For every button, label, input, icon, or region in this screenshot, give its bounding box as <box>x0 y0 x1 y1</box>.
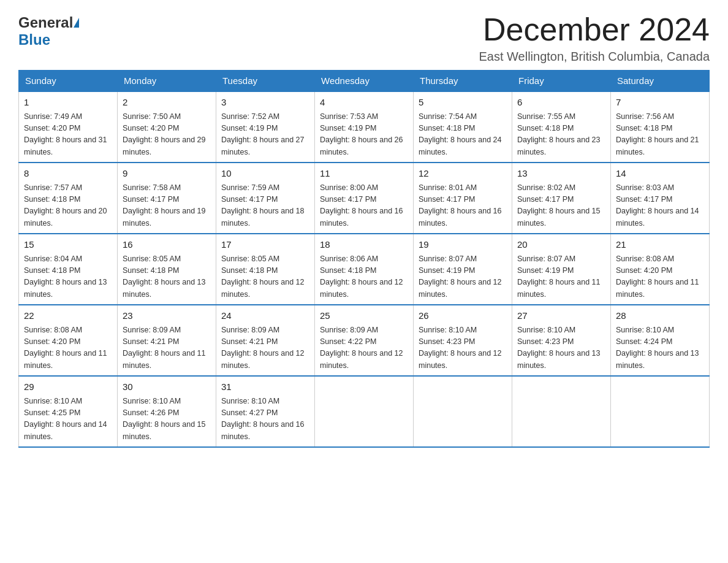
day-number: 11 <box>320 167 408 181</box>
day-info: Sunrise: 8:10 AMSunset: 4:27 PMDaylight:… <box>221 397 305 441</box>
week-row-2: 8 Sunrise: 7:57 AMSunset: 4:18 PMDayligh… <box>19 163 710 234</box>
day-info: Sunrise: 8:08 AMSunset: 4:20 PMDaylight:… <box>24 326 107 370</box>
day-info: Sunrise: 8:10 AMSunset: 4:25 PMDaylight:… <box>24 397 107 441</box>
day-info: Sunrise: 8:09 AMSunset: 4:21 PMDaylight:… <box>221 326 305 370</box>
day-cell: 27 Sunrise: 8:10 AMSunset: 4:23 PMDaylig… <box>512 305 611 376</box>
day-info: Sunrise: 8:02 AMSunset: 4:17 PMDaylight:… <box>517 183 601 228</box>
day-number: 4 <box>320 96 408 110</box>
day-info: Sunrise: 8:10 AMSunset: 4:26 PMDaylight:… <box>123 397 206 441</box>
day-info: Sunrise: 8:10 AMSunset: 4:23 PMDaylight:… <box>517 326 601 370</box>
day-info: Sunrise: 7:49 AMSunset: 4:20 PMDaylight:… <box>24 112 107 156</box>
logo-general-text: General <box>18 15 73 30</box>
day-number: 23 <box>123 309 211 323</box>
day-number: 26 <box>419 309 507 323</box>
day-number: 27 <box>517 309 605 323</box>
weekday-header-tuesday: Tuesday <box>216 71 315 92</box>
day-info: Sunrise: 8:10 AMSunset: 4:23 PMDaylight:… <box>419 326 502 370</box>
logo: General Blue <box>18 12 79 48</box>
title-area: December 2024 East Wellington, British C… <box>479 12 710 64</box>
day-cell: 19 Sunrise: 8:07 AMSunset: 4:19 PMDaylig… <box>414 234 512 305</box>
day-cell: 11 Sunrise: 8:00 AMSunset: 4:17 PMDaylig… <box>315 163 414 234</box>
day-number: 8 <box>24 167 112 181</box>
day-number: 15 <box>24 238 112 252</box>
week-row-3: 15 Sunrise: 8:04 AMSunset: 4:18 PMDaylig… <box>19 234 710 305</box>
day-number: 31 <box>221 380 309 394</box>
weekday-header-row: SundayMondayTuesdayWednesdayThursdayFrid… <box>19 71 710 92</box>
day-cell: 26 Sunrise: 8:10 AMSunset: 4:23 PMDaylig… <box>414 305 512 376</box>
day-number: 5 <box>419 96 507 110</box>
day-number: 6 <box>517 96 605 110</box>
day-cell: 2 Sunrise: 7:50 AMSunset: 4:20 PMDayligh… <box>118 91 216 163</box>
day-number: 9 <box>123 167 211 181</box>
day-cell: 20 Sunrise: 8:07 AMSunset: 4:19 PMDaylig… <box>512 234 611 305</box>
day-cell: 22 Sunrise: 8:08 AMSunset: 4:20 PMDaylig… <box>19 305 118 376</box>
day-info: Sunrise: 7:56 AMSunset: 4:18 PMDaylight:… <box>616 112 699 156</box>
day-info: Sunrise: 7:55 AMSunset: 4:18 PMDaylight:… <box>517 112 601 156</box>
day-info: Sunrise: 7:58 AMSunset: 4:17 PMDaylight:… <box>123 183 206 228</box>
weekday-header-wednesday: Wednesday <box>315 71 414 92</box>
day-info: Sunrise: 8:09 AMSunset: 4:21 PMDaylight:… <box>123 326 206 370</box>
day-info: Sunrise: 7:52 AMSunset: 4:19 PMDaylight:… <box>221 112 305 156</box>
day-number: 24 <box>221 309 309 323</box>
day-info: Sunrise: 8:07 AMSunset: 4:19 PMDaylight:… <box>517 255 601 299</box>
day-info: Sunrise: 8:03 AMSunset: 4:17 PMDaylight:… <box>616 183 699 228</box>
day-cell: 25 Sunrise: 8:09 AMSunset: 4:22 PMDaylig… <box>315 305 414 376</box>
calendar-table: SundayMondayTuesdayWednesdayThursdayFrid… <box>18 70 710 448</box>
day-info: Sunrise: 8:09 AMSunset: 4:22 PMDaylight:… <box>320 326 403 370</box>
day-cell: 30 Sunrise: 8:10 AMSunset: 4:26 PMDaylig… <box>118 376 216 447</box>
day-info: Sunrise: 7:53 AMSunset: 4:19 PMDaylight:… <box>320 112 403 156</box>
day-number: 19 <box>419 238 507 252</box>
week-row-4: 22 Sunrise: 8:08 AMSunset: 4:20 PMDaylig… <box>19 305 710 376</box>
day-cell: 16 Sunrise: 8:05 AMSunset: 4:18 PMDaylig… <box>118 234 216 305</box>
day-cell: 4 Sunrise: 7:53 AMSunset: 4:19 PMDayligh… <box>315 91 414 163</box>
weekday-header-thursday: Thursday <box>414 71 512 92</box>
day-cell: 12 Sunrise: 8:01 AMSunset: 4:17 PMDaylig… <box>414 163 512 234</box>
day-info: Sunrise: 8:06 AMSunset: 4:18 PMDaylight:… <box>320 255 403 299</box>
day-cell: 3 Sunrise: 7:52 AMSunset: 4:19 PMDayligh… <box>216 91 315 163</box>
day-cell <box>512 376 611 447</box>
logo-triangle-icon <box>74 18 79 28</box>
day-number: 7 <box>616 96 704 110</box>
day-number: 1 <box>24 96 112 110</box>
day-number: 3 <box>221 96 309 110</box>
day-info: Sunrise: 8:01 AMSunset: 4:17 PMDaylight:… <box>419 183 502 228</box>
day-info: Sunrise: 8:07 AMSunset: 4:19 PMDaylight:… <box>419 255 502 299</box>
day-number: 18 <box>320 238 408 252</box>
day-number: 14 <box>616 167 704 181</box>
day-cell: 23 Sunrise: 8:09 AMSunset: 4:21 PMDaylig… <box>118 305 216 376</box>
day-info: Sunrise: 8:10 AMSunset: 4:24 PMDaylight:… <box>616 326 699 370</box>
weekday-header-sunday: Sunday <box>19 71 118 92</box>
day-cell: 9 Sunrise: 7:58 AMSunset: 4:17 PMDayligh… <box>118 163 216 234</box>
day-cell: 24 Sunrise: 8:09 AMSunset: 4:21 PMDaylig… <box>216 305 315 376</box>
week-row-1: 1 Sunrise: 7:49 AMSunset: 4:20 PMDayligh… <box>19 91 710 163</box>
day-cell: 6 Sunrise: 7:55 AMSunset: 4:18 PMDayligh… <box>512 91 611 163</box>
day-cell: 13 Sunrise: 8:02 AMSunset: 4:17 PMDaylig… <box>512 163 611 234</box>
day-cell: 17 Sunrise: 8:05 AMSunset: 4:18 PMDaylig… <box>216 234 315 305</box>
day-info: Sunrise: 8:05 AMSunset: 4:18 PMDaylight:… <box>221 255 305 299</box>
day-cell: 14 Sunrise: 8:03 AMSunset: 4:17 PMDaylig… <box>611 163 710 234</box>
day-cell <box>414 376 512 447</box>
day-cell: 8 Sunrise: 7:57 AMSunset: 4:18 PMDayligh… <box>19 163 118 234</box>
day-number: 29 <box>24 380 112 394</box>
logo-blue-text: Blue <box>18 31 50 48</box>
day-info: Sunrise: 8:05 AMSunset: 4:18 PMDaylight:… <box>123 255 206 299</box>
day-number: 2 <box>123 96 211 110</box>
day-cell: 31 Sunrise: 8:10 AMSunset: 4:27 PMDaylig… <box>216 376 315 447</box>
day-info: Sunrise: 8:00 AMSunset: 4:17 PMDaylight:… <box>320 183 403 228</box>
weekday-header-monday: Monday <box>118 71 216 92</box>
day-cell: 18 Sunrise: 8:06 AMSunset: 4:18 PMDaylig… <box>315 234 414 305</box>
day-cell <box>315 376 414 447</box>
day-number: 28 <box>616 309 704 323</box>
week-row-5: 29 Sunrise: 8:10 AMSunset: 4:25 PMDaylig… <box>19 376 710 447</box>
day-info: Sunrise: 7:57 AMSunset: 4:18 PMDaylight:… <box>24 183 107 228</box>
day-number: 22 <box>24 309 112 323</box>
day-cell: 15 Sunrise: 8:04 AMSunset: 4:18 PMDaylig… <box>19 234 118 305</box>
weekday-header-saturday: Saturday <box>611 71 710 92</box>
day-number: 20 <box>517 238 605 252</box>
day-number: 17 <box>221 238 309 252</box>
location-title: East Wellington, British Columbia, Canad… <box>479 50 710 64</box>
day-cell: 10 Sunrise: 7:59 AMSunset: 4:17 PMDaylig… <box>216 163 315 234</box>
day-info: Sunrise: 8:08 AMSunset: 4:20 PMDaylight:… <box>616 255 699 299</box>
day-number: 30 <box>123 380 211 394</box>
day-cell: 5 Sunrise: 7:54 AMSunset: 4:18 PMDayligh… <box>414 91 512 163</box>
